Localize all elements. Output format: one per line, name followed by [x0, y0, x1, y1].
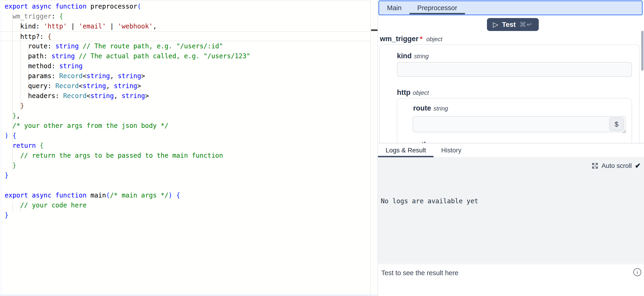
route-input[interactable]	[413, 116, 626, 132]
code-token: 'http'	[44, 22, 67, 30]
code-token: ,	[16, 112, 20, 120]
code-line: }	[0, 170, 370, 180]
code-token: 'webhook'	[118, 22, 153, 30]
indent-guide	[20, 202, 20, 212]
code-line: method: string	[0, 61, 370, 71]
result-area: Test to see the result here i	[378, 264, 644, 296]
test-panel: Main Preprocessor ▷ Test ⌘↵ wm_trigger *…	[378, 0, 644, 296]
code-token: {	[176, 192, 180, 199]
logs-tabbar: Logs & Result History	[378, 144, 644, 157]
field-type: object	[413, 89, 429, 96]
code-token: ,	[153, 22, 157, 30]
tab-history[interactable]: History	[434, 144, 469, 157]
code-line: ) {	[0, 131, 370, 140]
code-line: wm_trigger: {	[0, 11, 370, 21]
code-token: string	[51, 52, 75, 60]
code-token: }	[5, 172, 8, 179]
auto-scroll-control[interactable]: Auto scroll ✔	[592, 162, 641, 170]
code-token	[8, 132, 12, 140]
wm-trigger-object-card: kind string http object route string	[379, 44, 640, 143]
code-token: method:	[5, 62, 59, 70]
info-icon-letter: i	[636, 269, 638, 275]
function-tabbar: Main Preprocessor	[378, 0, 642, 15]
code-token: export async function	[5, 192, 90, 199]
code-editor[interactable]: export async function preprocessor( wm_t…	[0, 0, 378, 296]
code-token: headers:	[5, 92, 63, 100]
code-line	[0, 180, 370, 190]
code-token: ,	[114, 92, 122, 100]
code-line: // your code here	[0, 200, 370, 210]
indent-guide	[28, 42, 28, 101]
required-marker: *	[420, 35, 422, 43]
code-token: string	[114, 82, 137, 90]
code-token	[5, 12, 12, 20]
code-token: /* your other args from the json body */	[12, 122, 168, 130]
indent-guide	[12, 202, 13, 212]
code-token: >	[145, 92, 149, 100]
resize-handle-icon[interactable]	[622, 130, 626, 134]
code-token: }	[12, 162, 16, 169]
code-token: ,	[106, 82, 114, 90]
code-line: path: string // The actual path called, …	[0, 51, 370, 61]
code-line: }	[0, 160, 370, 170]
code-token: // return the args to be passed to the m…	[20, 152, 223, 159]
route-input-wrap: $	[413, 116, 626, 132]
code-line: route: string // The route path, e.g. "/…	[0, 41, 370, 51]
code-token	[5, 122, 12, 130]
code-token: string	[55, 42, 79, 50]
tab-logs-result[interactable]: Logs & Result	[378, 144, 434, 157]
editor-top-border	[0, 0, 370, 1]
code-token: (	[106, 192, 110, 199]
code-token	[36, 142, 40, 150]
code-token: <	[82, 72, 86, 80]
field-name: wm_trigger	[380, 35, 418, 43]
code-token: main	[90, 192, 106, 199]
empty-logs-message: No logs are available yet	[381, 197, 478, 205]
code-token: string	[86, 72, 110, 80]
active-tab-underline	[410, 13, 465, 14]
code-line: headers: Record<string, string>	[0, 91, 370, 101]
code-token: preprocessor	[90, 2, 137, 10]
code-token: Record	[63, 92, 86, 100]
code-token: )	[168, 192, 172, 199]
expand-icon[interactable]	[592, 162, 598, 169]
field-type: string	[434, 105, 448, 112]
check-icon: ✔	[635, 162, 641, 170]
tab-logs-result-label: Logs & Result	[386, 146, 426, 154]
field-name: kind	[397, 52, 412, 60]
code-line: export async function preprocessor(	[0, 2, 370, 11]
tab-preprocessor[interactable]: Preprocessor	[410, 1, 465, 14]
code-line: // return the args to be passed to the m…	[0, 150, 370, 160]
code-token: {	[40, 142, 44, 150]
logs-section: Logs & Result History Auto scroll	[378, 143, 644, 296]
app-window: export async function preprocessor( wm_t…	[0, 0, 644, 296]
overview-ruler-cursor-marker	[371, 29, 378, 31]
indent-guide	[20, 23, 20, 111]
code-line: kind: 'http' | 'email' | 'webhook',	[0, 21, 370, 31]
code-line: params: Record<string, string>	[0, 71, 370, 81]
result-placeholder-message: Test to see the result here	[381, 269, 458, 277]
field-type: object	[426, 36, 442, 43]
code-token: }	[5, 211, 8, 219]
panel-scrollbar-thumb[interactable]	[641, 31, 644, 71]
code-token: }	[20, 102, 24, 110]
tab-history-label: History	[441, 146, 461, 154]
code-token: string	[59, 62, 82, 70]
code-token: wm_trigger	[12, 12, 52, 20]
info-icon[interactable]: i	[633, 268, 641, 276]
kind-input[interactable]	[397, 62, 632, 77]
tab-main[interactable]: Main	[379, 1, 410, 14]
code-token: kind:	[5, 22, 44, 30]
route-field-label: route string	[413, 104, 448, 112]
code-token: {	[59, 12, 63, 20]
code-token: <	[79, 82, 82, 90]
variable-picker-button[interactable]: $	[609, 118, 624, 131]
http-field-label: http object	[397, 88, 429, 97]
code-token: )	[5, 132, 8, 140]
tab-preprocessor-label: Preprocessor	[417, 4, 457, 12]
code-token: {	[48, 33, 51, 40]
code-line: }	[0, 210, 370, 220]
editor-horizontal-scrollbar[interactable]	[0, 294, 378, 296]
code-token: // The actual path called, e.g. "/users/…	[75, 52, 250, 60]
code-token: :	[51, 12, 59, 20]
